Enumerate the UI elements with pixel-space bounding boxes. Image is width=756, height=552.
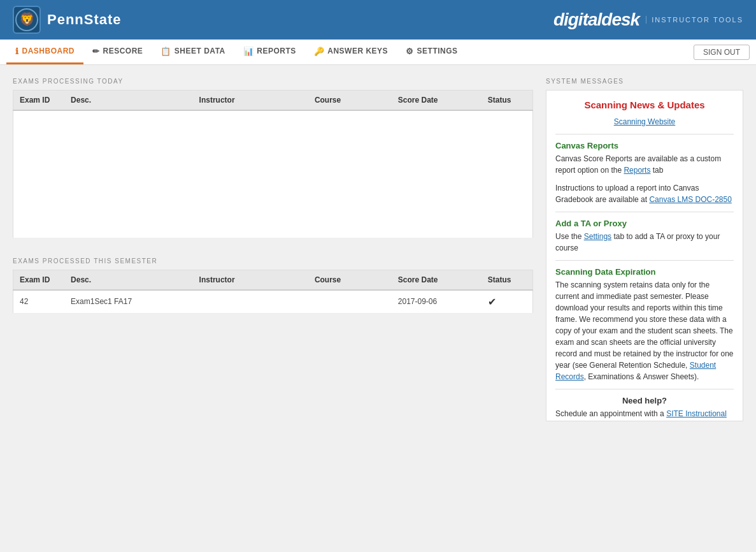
main-nav: ℹ DASHBOARD ✏ RESCORE 📋 SHEET DATA 📊 REP… <box>0 40 756 65</box>
reports-link[interactable]: Reports <box>624 166 650 175</box>
exam-desc-cell: Exam1Sec1 FA17 <box>64 290 192 314</box>
nav-label-sheet-data: SHEET DATA <box>175 47 225 55</box>
col-header-exam-id: Exam ID <box>13 91 65 111</box>
nav-item-answer-keys[interactable]: 🔑 ANSWER KEYS <box>305 40 397 64</box>
canvas-reports-title: Canvas Reports <box>555 141 734 150</box>
exams-semester-table: Exam ID Desc. Instructor Course Score Da… <box>13 270 533 314</box>
scanning-website-link[interactable]: Scanning Website <box>614 117 676 126</box>
header-brand: 🦁 PennState <box>13 6 122 34</box>
data-expiration-text1: The scanning system retains data only fo… <box>555 280 734 370</box>
settings-icon: ⚙ <box>406 47 414 56</box>
col-header-instructor: Instructor <box>193 91 308 111</box>
messages-scroll[interactable]: Scanning News & Updates Scanning Website… <box>546 91 743 421</box>
app-header: 🦁 PennState digitaldesk INSTRUCTOR TOOLS <box>0 0 756 40</box>
digitaldesk-logo: digitaldesk <box>553 10 639 30</box>
exams-today-table: Exam ID Desc. Instructor Course Score Da… <box>13 90 533 238</box>
sign-out-button[interactable]: SIGN OUT <box>694 45 750 60</box>
table-row: 42 Exam1Sec1 FA17 2017-09-06 ✔ <box>13 290 533 314</box>
left-panel: EXAMS PROCESSING TODAY Exam ID Desc. Ins… <box>13 78 533 539</box>
nav-item-sheet-data[interactable]: 📋 SHEET DATA <box>152 40 234 64</box>
header-product: digitaldesk INSTRUCTOR TOOLS <box>553 10 743 30</box>
answer-keys-icon: 🔑 <box>314 47 325 56</box>
sem-col-header-desc: Desc. <box>64 270 192 290</box>
col-header-course: Course <box>308 91 392 111</box>
divider-2 <box>555 212 734 212</box>
status-checkmark: ✔ <box>488 296 496 307</box>
settings-link[interactable]: Settings <box>584 232 611 241</box>
data-expiration-text2: , Examinations & Answer Sheets). <box>584 372 699 381</box>
col-header-status: Status <box>481 91 533 111</box>
exams-semester-section: EXAMS PROCESSED THIS SEMESTER Exam ID De… <box>13 258 533 314</box>
need-help-body: Schedule an appointment with a SITE Inst… <box>555 408 734 421</box>
svg-text:🦁: 🦁 <box>19 11 35 27</box>
nav-label-answer-keys: ANSWER KEYS <box>327 47 388 55</box>
sem-col-header-status: Status <box>481 270 533 290</box>
divider-3 <box>555 260 734 261</box>
nav-label-rescore: RESCORE <box>103 47 143 55</box>
sem-col-header-exam-id: Exam ID <box>13 270 65 290</box>
nav-label-settings: SETTINGS <box>417 47 458 55</box>
exam-status-cell: ✔ <box>481 290 533 314</box>
rescore-icon: ✏ <box>92 47 100 56</box>
exam-course-cell <box>308 290 392 314</box>
sheet-data-icon: 📋 <box>160 47 171 56</box>
exams-today-section: EXAMS PROCESSING TODAY Exam ID Desc. Ins… <box>13 78 533 238</box>
exam-id-cell: 42 <box>13 290 65 314</box>
nav-item-settings[interactable]: ⚙ SETTINGS <box>397 40 467 64</box>
right-panel: SYSTEM MESSAGES Scanning News & Updates … <box>546 78 743 539</box>
canvas-lms-link[interactable]: Canvas LMS DOC-2850 <box>649 195 731 204</box>
col-header-desc: Desc. <box>64 91 192 111</box>
nav-item-dashboard[interactable]: ℹ DASHBOARD <box>6 40 83 64</box>
messages-title: Scanning News & Updates <box>555 99 734 110</box>
ta-proxy-title: Add a TA or Proxy <box>555 219 734 228</box>
main-content: EXAMS PROCESSING TODAY Exam ID Desc. Ins… <box>0 65 756 552</box>
ta-proxy-body: Use the Settings tab to add a TA or prox… <box>555 231 734 254</box>
nav-label-reports: REPORTS <box>257 47 296 55</box>
ta-proxy-text1: Use the <box>555 232 584 241</box>
canvas-reports-body: Canvas Score Reports are available as a … <box>555 153 734 176</box>
scanning-website-link-container: Scanning Website <box>555 117 734 126</box>
exam-score-date-cell: 2017-09-06 <box>392 290 481 314</box>
canvas-reports-text2: tab <box>650 166 663 175</box>
pennstate-brand-name: PennState <box>47 11 122 28</box>
pennstate-logo-icon: 🦁 <box>13 6 41 34</box>
instructor-tools-label: INSTRUCTOR TOOLS <box>646 16 743 24</box>
canvas-upload-body: Instructions to upload a report into Can… <box>555 182 734 205</box>
reports-icon: 📊 <box>243 47 254 56</box>
messages-box: Scanning News & Updates Scanning Website… <box>546 90 743 421</box>
exams-semester-label: EXAMS PROCESSED THIS SEMESTER <box>13 258 533 265</box>
nav-item-reports[interactable]: 📊 REPORTS <box>234 40 305 64</box>
sem-col-header-course: Course <box>308 270 392 290</box>
need-help-title: Need help? <box>555 396 734 405</box>
col-header-score-date: Score Date <box>392 91 481 111</box>
nav-label-dashboard: DASHBOARD <box>22 47 75 55</box>
sem-col-header-instructor: Instructor <box>193 270 308 290</box>
exam-instructor-cell <box>193 290 308 314</box>
need-help-text1: Schedule an appointment with a <box>555 409 666 418</box>
divider-4 <box>555 389 734 389</box>
system-messages-label: SYSTEM MESSAGES <box>546 78 743 85</box>
sem-col-header-score-date: Score Date <box>392 270 481 290</box>
divider-1 <box>555 134 734 134</box>
nav-item-rescore[interactable]: ✏ RESCORE <box>83 40 152 64</box>
exams-today-label: EXAMS PROCESSING TODAY <box>13 78 533 85</box>
exams-today-empty-row <box>13 110 533 238</box>
data-expiration-title: Scanning Data Expiration <box>555 267 734 277</box>
dashboard-icon: ℹ <box>15 47 19 56</box>
data-expiration-body: The scanning system retains data only fo… <box>555 279 734 382</box>
